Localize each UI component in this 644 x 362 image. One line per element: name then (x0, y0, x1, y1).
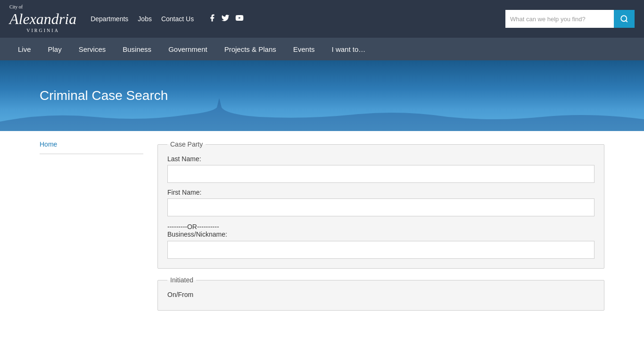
main-content: Case Party Last Name: First Name: ------… (157, 140, 604, 318)
social-icons (208, 14, 245, 24)
last-name-input[interactable] (167, 165, 594, 183)
logo-state: VIRGINIA (9, 28, 76, 33)
nav-projects-plans[interactable]: Projects & Plans (216, 38, 285, 60)
twitter-icon[interactable] (221, 14, 230, 24)
nav-business[interactable]: Business (114, 38, 160, 60)
content-area: Home Case Party Last Name: First Name: -… (0, 131, 644, 328)
business-label: Business/Nickname: (167, 230, 227, 238)
first-name-label: First Name: (167, 189, 594, 196)
on-from-label: On/From (167, 291, 594, 298)
first-name-input[interactable] (167, 198, 594, 216)
home-link[interactable]: Home (40, 140, 57, 148)
hero-banner: Criminal Case Search (0, 60, 644, 131)
nav-events[interactable]: Events (285, 38, 323, 60)
youtube-icon[interactable] (234, 14, 245, 24)
case-party-legend: Case Party (167, 140, 206, 148)
contact-us-link[interactable]: Contact Us (161, 15, 194, 23)
svg-line-2 (626, 20, 627, 22)
sidebar: Home (40, 140, 143, 318)
search-area (505, 10, 635, 28)
nav-services[interactable]: Services (70, 38, 115, 60)
logo-city-of: City of (9, 4, 76, 10)
initiated-fieldset: Initiated On/From (157, 276, 604, 311)
search-input[interactable] (505, 10, 614, 28)
jobs-link[interactable]: Jobs (138, 15, 152, 23)
nav-government[interactable]: Government (160, 38, 216, 60)
top-nav: Departments Jobs Contact Us (91, 14, 505, 24)
case-party-fieldset: Case Party Last Name: First Name: ------… (157, 140, 604, 269)
logo-name: Alexandria (9, 10, 76, 28)
svg-point-1 (621, 16, 627, 21)
page-title: Criminal Case Search (40, 88, 168, 103)
main-nav: Live Play Services Business Government P… (0, 38, 644, 60)
nav-live[interactable]: Live (9, 38, 40, 60)
departments-link[interactable]: Departments (91, 15, 128, 23)
facebook-icon[interactable] (208, 14, 216, 24)
nav-i-want-to[interactable]: I want to… (323, 38, 374, 60)
business-nickname-input[interactable] (167, 241, 594, 259)
or-divider: ---------OR---------- Business/Nickname: (167, 223, 594, 238)
logo[interactable]: City of Alexandria VIRGINIA (9, 4, 76, 33)
initiated-legend: Initiated (167, 276, 196, 284)
last-name-label: Last Name: (167, 155, 594, 163)
nav-play[interactable]: Play (40, 38, 70, 60)
sidebar-divider (40, 154, 143, 154)
top-bar: City of Alexandria VIRGINIA Departments … (0, 0, 644, 38)
search-button[interactable] (614, 10, 635, 28)
